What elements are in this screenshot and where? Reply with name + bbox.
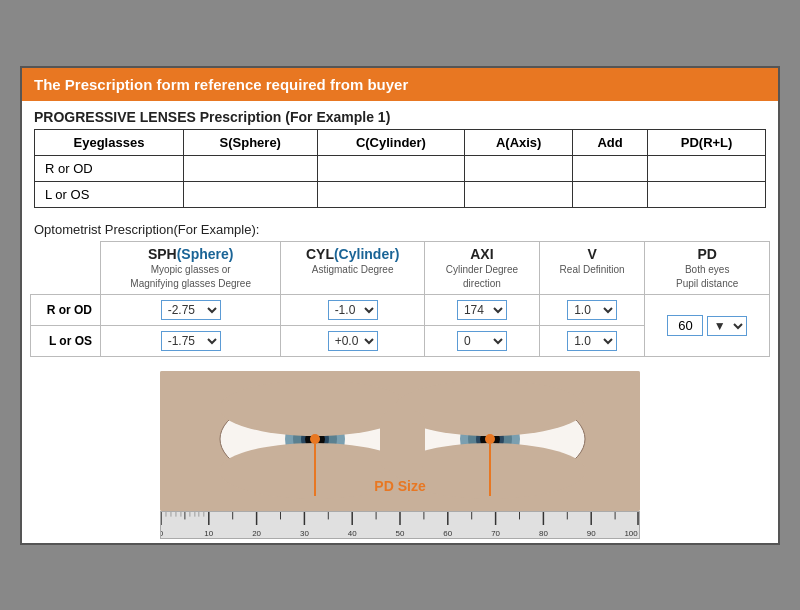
ruler-svg: 0 10 20 30 40 50 60 70 80 90 1 xyxy=(161,512,639,538)
svg-text:80: 80 xyxy=(539,529,548,538)
sph-los-select[interactable]: -1.75 -2.00 -1.50 xyxy=(161,331,221,351)
row-label-los: L or OS xyxy=(35,181,184,207)
table-row: L or OS xyxy=(35,181,766,207)
svg-text:100: 100 xyxy=(624,529,637,538)
rx-row-rod: R or OD -2.75 -3.00 -2.50 -1.0 -0.5 -1.5 xyxy=(31,294,770,325)
axi-rod-select[interactable]: 174 0 90 xyxy=(457,300,507,320)
eye-section: PD Size 0 10 20 30 40 xyxy=(22,365,778,543)
svg-text:30: 30 xyxy=(300,529,309,538)
col-eyeglasses: Eyeglasses xyxy=(35,129,184,155)
prescription-table-wrapper: Eyeglasses S(Sphere) C(Cylinder) A(Axis)… xyxy=(22,129,778,216)
svg-text:0: 0 xyxy=(161,529,163,538)
cyl-los-select[interactable]: +0.0 -0.5 +0.5 xyxy=(328,331,378,351)
axi-los-select[interactable]: 0 90 180 xyxy=(457,331,507,351)
col-sphere: S(Sphere) xyxy=(183,129,317,155)
rx-label-rod: R or OD xyxy=(31,294,101,325)
col-add: Add xyxy=(573,129,648,155)
cyl-rod-select[interactable]: -1.0 -0.5 -1.5 xyxy=(328,300,378,320)
svg-point-20 xyxy=(485,434,495,444)
empty-header xyxy=(31,241,101,294)
svg-point-18 xyxy=(310,434,320,444)
svg-text:70: 70 xyxy=(491,529,500,538)
row-label-rod: R or OD xyxy=(35,155,184,181)
col-pd: PD(R+L) xyxy=(648,129,766,155)
col-header-axi: AXI Cylinder Degreedirection xyxy=(424,241,539,294)
eye-image: PD Size xyxy=(160,371,640,511)
pd-select[interactable]: ▼ xyxy=(707,316,747,336)
svg-rect-17 xyxy=(380,411,425,471)
optometrist-label: Optometrist Prescription(For Example): xyxy=(22,216,778,241)
svg-text:50: 50 xyxy=(396,529,405,538)
v-rod-select[interactable]: 1.0 0.8 1.2 xyxy=(567,300,617,320)
svg-text:10: 10 xyxy=(204,529,213,538)
svg-text:60: 60 xyxy=(443,529,452,538)
section-title: PROGRESSIVE LENSES Prescription (For Exa… xyxy=(22,101,778,129)
v-los-select[interactable]: 1.0 0.8 1.2 xyxy=(567,331,617,351)
main-card: The Prescription form reference required… xyxy=(20,66,780,545)
prescription-table: Eyeglasses S(Sphere) C(Cylinder) A(Axis)… xyxy=(34,129,766,208)
svg-text:90: 90 xyxy=(587,529,596,538)
ruler: 0 10 20 30 40 50 60 70 80 90 1 xyxy=(160,511,640,539)
pd-size-text: PD Size xyxy=(374,478,426,494)
eye-svg: PD Size xyxy=(160,371,640,511)
rx-label-los: L or OS xyxy=(31,325,101,356)
header-banner: The Prescription form reference required… xyxy=(22,68,778,101)
col-header-sph: SPH(Sphere) Myopic glasses orMagnifying … xyxy=(101,241,281,294)
col-axis: A(Axis) xyxy=(465,129,573,155)
col-cylinder: C(Cylinder) xyxy=(317,129,465,155)
col-header-cyl: CYL(Cylinder) Astigmatic Degree xyxy=(281,241,425,294)
rx-table: SPH(Sphere) Myopic glasses orMagnifying … xyxy=(30,241,770,357)
col-header-pd: PD Both eyesPupil distance xyxy=(645,241,770,294)
sph-rod-select[interactable]: -2.75 -3.00 -2.50 xyxy=(161,300,221,320)
rx-grid: SPH(Sphere) Myopic glasses orMagnifying … xyxy=(22,241,778,365)
svg-text:40: 40 xyxy=(348,529,357,538)
col-header-v: V Real Definition xyxy=(539,241,644,294)
pd-input[interactable] xyxy=(667,315,703,336)
table-row: R or OD xyxy=(35,155,766,181)
svg-text:20: 20 xyxy=(252,529,261,538)
banner-text: The Prescription form reference required… xyxy=(34,76,408,93)
